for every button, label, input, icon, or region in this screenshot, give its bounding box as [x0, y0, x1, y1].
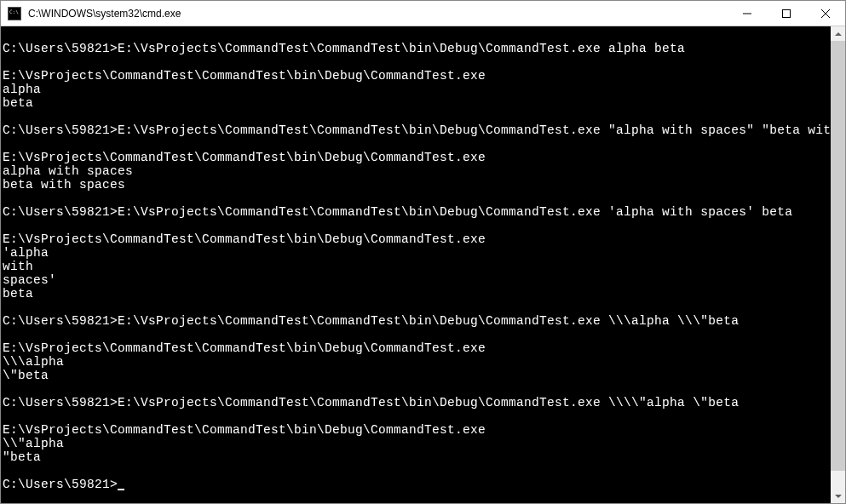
terminal-line: beta with spaces: [3, 178, 831, 192]
window-title: C:\WINDOWS\system32\cmd.exe: [26, 8, 728, 20]
terminal-line: \"beta: [3, 369, 831, 382]
scroll-thumb[interactable]: [831, 41, 845, 471]
terminal-line: alpha: [3, 83, 831, 96]
terminal-line: C:\Users\59821>E:\VsProjects\CommandTest…: [3, 396, 831, 410]
terminal-line: [3, 192, 831, 205]
terminal-line: spaces': [3, 273, 831, 287]
terminal-line: beta: [3, 287, 831, 301]
terminal-line: \\\alpha: [3, 355, 831, 369]
terminal-line: [3, 382, 831, 396]
terminal-line: C:\Users\59821>E:\VsProjects\CommandTest…: [3, 205, 831, 219]
cursor: [118, 489, 124, 490]
terminal-line: E:\VsProjects\CommandTest\CommandTest\bi…: [3, 69, 831, 83]
maximize-icon: [782, 9, 791, 18]
terminal-output[interactable]: C:\Users\59821>E:\VsProjects\CommandTest…: [1, 26, 831, 503]
chevron-down-icon: [835, 495, 842, 498]
svg-marker-5: [835, 495, 842, 498]
close-button[interactable]: [806, 1, 845, 26]
terminal-line: [3, 219, 831, 232]
vertical-scrollbar[interactable]: [831, 26, 845, 503]
terminal-line: beta: [3, 96, 831, 110]
minimize-icon: [743, 9, 751, 18]
terminal-line: 'alpha: [3, 246, 831, 260]
terminal-prompt[interactable]: C:\Users\59821>: [3, 478, 831, 491]
terminal-line: "beta: [3, 450, 831, 464]
terminal-line: [3, 301, 831, 314]
minimize-button[interactable]: [728, 1, 767, 26]
terminal-line: E:\VsProjects\CommandTest\CommandTest\bi…: [3, 232, 831, 246]
terminal-line: [3, 137, 831, 151]
titlebar[interactable]: C:\WINDOWS\system32\cmd.exe: [1, 1, 845, 26]
cmd-icon: [8, 7, 21, 20]
terminal-line: [3, 410, 831, 423]
terminal-line: E:\VsProjects\CommandTest\CommandTest\bi…: [3, 341, 831, 355]
terminal-line: E:\VsProjects\CommandTest\CommandTest\bi…: [3, 423, 831, 437]
terminal-line: alpha with spaces: [3, 164, 831, 178]
terminal-line: [3, 110, 831, 123]
svg-marker-4: [835, 32, 842, 36]
close-icon: [821, 9, 830, 18]
window-controls: [728, 1, 845, 26]
chevron-up-icon: [835, 32, 842, 36]
terminal-line: C:\Users\59821>E:\VsProjects\CommandTest…: [3, 314, 831, 328]
terminal-line: C:\Users\59821>E:\VsProjects\CommandTest…: [3, 123, 831, 137]
terminal-line: [3, 328, 831, 341]
scroll-up-arrow[interactable]: [831, 26, 845, 41]
scroll-track[interactable]: [831, 41, 845, 489]
terminal-line: [3, 28, 831, 42]
content-area: C:\Users\59821>E:\VsProjects\CommandTest…: [1, 26, 845, 503]
terminal-line: [3, 464, 831, 478]
cmd-window: C:\WINDOWS\system32\cmd.exe C:\Users\598…: [0, 0, 846, 504]
terminal-line: with: [3, 260, 831, 273]
svg-rect-1: [783, 9, 791, 17]
maximize-button[interactable]: [767, 1, 806, 26]
terminal-line: E:\VsProjects\CommandTest\CommandTest\bi…: [3, 151, 831, 164]
terminal-line: C:\Users\59821>E:\VsProjects\CommandTest…: [3, 42, 831, 55]
terminal-line: [3, 55, 831, 69]
terminal-line: \\"alpha: [3, 437, 831, 450]
scroll-down-arrow[interactable]: [831, 489, 845, 503]
